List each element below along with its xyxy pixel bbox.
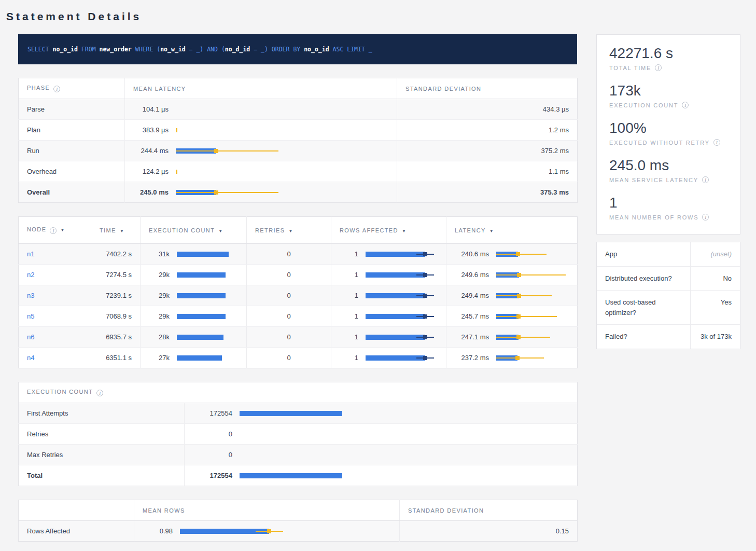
execution-count-value-cell: 172554: [185, 403, 578, 424]
time-column-header[interactable]: Time▼: [91, 217, 141, 244]
cell-content: 29k: [149, 271, 238, 279]
execution-count-value: 29k: [149, 292, 170, 299]
execution-count-column-label: Execution Count: [149, 227, 215, 233]
stddev-tick: [516, 335, 521, 339]
time-cell: 7402.2 s: [91, 244, 141, 265]
cell-content: 104.1 µs: [133, 105, 388, 114]
phase-name-cell: Run: [19, 141, 125, 161]
retries-column-label: Retries: [255, 227, 285, 233]
node-link[interactable]: n2: [27, 271, 34, 279]
node-row: n46351.1 s27k01237.2 ms: [19, 348, 578, 368]
phase-row: Overall245.0 ms375.3 ms: [19, 182, 578, 203]
rows-affected-value: 1: [340, 292, 358, 299]
execution-count-label-cell: Max Retries: [19, 445, 185, 465]
execution-count-row: Retries0: [19, 424, 578, 445]
phase-column-header: Phasei: [19, 78, 125, 99]
execution-count-row: Max Retries0: [19, 445, 578, 465]
node-link[interactable]: n6: [27, 333, 34, 341]
time-cell: 6351.1 s: [91, 348, 141, 368]
node-link[interactable]: n5: [27, 312, 34, 320]
cell-content: 29k: [149, 292, 238, 300]
sort-desc-icon: ▼: [218, 229, 222, 233]
std-dev-column-header: Standard Deviation: [397, 78, 578, 99]
rows-affected-label-cell: Rows Affected: [19, 521, 134, 542]
std-dev-cell: 0.15: [400, 521, 578, 542]
execution-count-number: 172554: [193, 472, 232, 479]
empty-column-header: [19, 500, 134, 521]
info-icon[interactable]: i: [50, 227, 57, 234]
rows-affected-cell: 1: [331, 265, 446, 285]
phase-table-body: Parse104.1 µs434.3 µsPlan383.9 µs1.2 msR…: [19, 99, 578, 203]
latency-cell: 249.6 ms: [446, 265, 578, 285]
cell-content: 1: [340, 333, 438, 341]
retries-column-header[interactable]: Retries▼: [247, 217, 331, 244]
node-row: n17402.2 s31k01240.6 ms: [19, 244, 578, 265]
time-column-label: Time: [100, 227, 116, 233]
stddev-whisker: [496, 295, 552, 296]
stddev-tick: [423, 335, 427, 339]
info-icon[interactable]: i: [655, 64, 662, 71]
summary-sidebar: 42271.6 s Total Timei 173k Execution Cou…: [596, 34, 740, 349]
rows-affected-cell: 1: [331, 306, 446, 327]
phase-name-cell: Plan: [19, 120, 125, 141]
execution-count-number: 0: [193, 430, 232, 438]
execution-count-value: 27k: [149, 354, 170, 362]
mean-bar: [177, 272, 226, 278]
execution-count-label-cell: First Attempts: [19, 403, 185, 424]
mean-latency-cell: 124.2 µs: [125, 161, 397, 182]
attribute-value: (unset): [690, 242, 740, 266]
stat-label-text: Mean Number of Rows: [609, 214, 698, 221]
cell-content: 244.4 ms: [133, 147, 388, 155]
std-dev-cell: 1.2 ms: [397, 120, 578, 141]
latency-column-header[interactable]: Latency▼: [446, 217, 578, 244]
stat-value: 173k: [609, 82, 727, 99]
execution-count-column-header[interactable]: Execution Count▼: [141, 217, 247, 244]
latency-value: 237.2 ms: [455, 354, 489, 362]
cell-content: 28k: [149, 333, 238, 341]
info-icon[interactable]: i: [702, 214, 709, 221]
cell-content: 29k: [149, 312, 238, 321]
latency-bar: [496, 312, 569, 321]
rows-affected-bar: [366, 354, 438, 362]
execution-count-table-header: Execution Counti: [19, 382, 578, 403]
stat-total-time: 42271.6 s Total Timei: [609, 45, 727, 71]
info-icon[interactable]: i: [96, 390, 103, 396]
rows-affected-column-header[interactable]: Rows Affected▼: [331, 217, 446, 244]
execution-count-table-title: Execution Count: [27, 389, 93, 395]
rows-affected-bar: [366, 250, 438, 258]
phase-table-header-row: Phasei Mean Latency Standard Deviation: [19, 78, 578, 99]
rows-affected-table: Mean Rows Standard Deviation Rows Affect…: [18, 500, 578, 542]
cell-content: 1: [340, 292, 438, 300]
info-icon[interactable]: i: [53, 86, 60, 92]
execution-count-bar: [177, 354, 238, 362]
sql-statement-bar: SELECT no_o_id FROM new_order WHERE (no_…: [18, 34, 577, 64]
node-link[interactable]: n4: [27, 354, 34, 362]
info-icon[interactable]: i: [702, 176, 709, 183]
execution-count-value-cell: 0: [185, 424, 578, 445]
mean-latency-value: 383.9 µs: [133, 126, 169, 134]
info-icon[interactable]: i: [713, 139, 720, 146]
cell-content: 245.7 ms: [455, 312, 569, 321]
cell-content: 247.1 ms: [455, 333, 569, 341]
phase-column-label: Phase: [27, 85, 50, 91]
execution-count-bar: [240, 451, 569, 459]
stat-mean-service-latency: 245.0 ms Mean Service Latencyi: [609, 157, 727, 183]
node-link[interactable]: n1: [27, 250, 34, 258]
execution-count-bar: [177, 312, 238, 321]
phase-row: Parse104.1 µs434.3 µs: [19, 99, 578, 120]
mean-latency-bar: [176, 188, 388, 197]
rows-affected-value: 1: [340, 333, 358, 341]
node-column-label: Node: [27, 226, 46, 232]
rows-affected-cell: 1: [331, 285, 446, 306]
latency-column-label: Latency: [455, 227, 486, 233]
info-icon[interactable]: i: [682, 102, 689, 108]
latency-value: 245.7 ms: [455, 312, 489, 320]
latency-cell: 245.7 ms: [446, 306, 578, 327]
node-link[interactable]: n3: [27, 292, 34, 299]
stat-value: 42271.6 s: [609, 45, 727, 62]
node-column-header[interactable]: Nodei▼: [19, 217, 91, 244]
rows-affected-value: 1: [340, 271, 358, 279]
stddev-tick: [517, 273, 521, 277]
stat-label-text: Mean Service Latency: [609, 177, 698, 183]
time-cell: 7274.5 s: [91, 265, 141, 285]
